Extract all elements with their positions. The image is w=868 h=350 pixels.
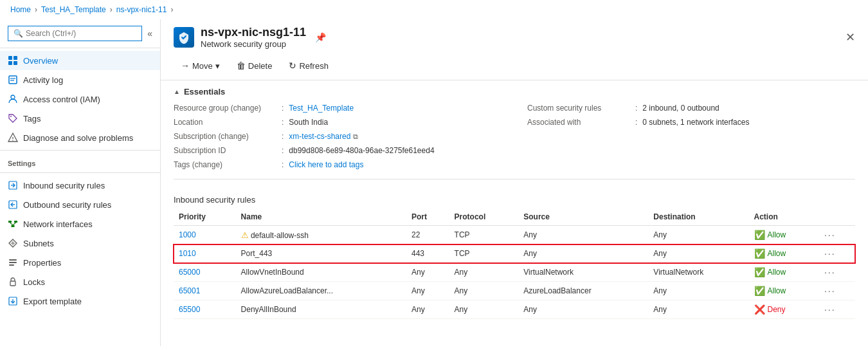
sidebar-item-diagnose[interactable]: Diagnose and solve problems: [0, 128, 160, 147]
inbound-rules-table: Priority Name Port Protocol Source Desti…: [174, 208, 855, 319]
search-input[interactable]: [26, 29, 136, 38]
essentials-row-subscription-id: Subscription ID : db99d808-6e89-480a-96a…: [174, 144, 502, 157]
cell-priority: 1000: [174, 226, 236, 244]
priority-link[interactable]: 65001: [179, 286, 200, 295]
more-options-button[interactable]: ···: [824, 286, 836, 296]
priority-link[interactable]: 1010: [179, 249, 196, 258]
close-btn[interactable]: ✕: [845, 30, 855, 44]
sidebar-item-overview[interactable]: Overview: [0, 51, 160, 70]
more-options-button[interactable]: ···: [824, 230, 836, 240]
svg-point-7: [11, 95, 15, 99]
tags-change-link[interactable]: (change): [192, 160, 222, 169]
sidebar-item-label: Subnets: [23, 239, 54, 248]
content-area: ns-vpx-nic-nsg1-11 Network security grou…: [161, 19, 868, 346]
breadcrumb-template[interactable]: Test_HA_Template: [41, 5, 106, 14]
sidebar-item-label: Outbound security rules: [23, 200, 111, 210]
pin-icon[interactable]: 📌: [315, 32, 326, 42]
associated-label: Associated with: [527, 118, 630, 127]
delete-button[interactable]: 🗑 Delete: [230, 57, 280, 75]
network-icon: [8, 219, 18, 229]
col-protocol: Protocol: [449, 208, 519, 226]
cell-more[interactable]: ···: [819, 300, 855, 319]
more-options-button[interactable]: ···: [824, 267, 836, 277]
locks-icon: [8, 277, 18, 287]
sidebar-item-label: Network interfaces: [23, 219, 93, 229]
location-value: South India: [289, 118, 328, 127]
col-more: [819, 208, 855, 226]
cell-name: DenyAllInBound: [236, 300, 406, 319]
table-row: 65000 AllowVnetInBound Any Any VirtualNe…: [174, 263, 855, 282]
subscription-link[interactable]: xm-test-cs-shared: [289, 132, 350, 141]
sidebar-item-network-interfaces[interactable]: Network interfaces: [0, 214, 160, 234]
sidebar-item-tags[interactable]: Tags: [0, 109, 160, 128]
cell-more[interactable]: ···: [819, 244, 855, 263]
subscription-change-link[interactable]: (change): [218, 132, 248, 141]
tags-add-link[interactable]: Click here to add tags: [289, 160, 363, 169]
move-chevron-icon: ▾: [215, 61, 220, 71]
tags-icon: [8, 113, 18, 124]
properties-icon: [8, 257, 18, 268]
cell-priority: 65001: [174, 282, 236, 300]
refresh-button[interactable]: ↻ Refresh: [282, 57, 336, 75]
cell-port: 22: [406, 226, 449, 244]
cell-destination: VirtualNetwork: [648, 263, 748, 282]
essentials-row-location: Location : South India: [174, 116, 502, 129]
cell-port: Any: [406, 300, 449, 319]
sidebar-item-activity-log[interactable]: Activity log: [0, 70, 160, 89]
subscription-label: Subscription (change): [174, 132, 276, 141]
copy-icon[interactable]: ⧉: [353, 133, 358, 141]
tags-value: Click here to add tags: [289, 160, 363, 169]
priority-link[interactable]: 1000: [179, 230, 196, 239]
cell-port: Any: [406, 263, 449, 282]
settings-section-title: Settings: [0, 153, 160, 170]
col-destination: Destination: [648, 208, 748, 226]
allow-icon: ✅: [754, 286, 765, 296]
activity-log-icon: [8, 75, 18, 85]
move-button[interactable]: → Move ▾: [174, 57, 227, 75]
cell-destination: Any: [648, 226, 748, 244]
more-options-button[interactable]: ···: [824, 248, 836, 259]
sidebar-item-inbound-rules[interactable]: Inbound security rules: [0, 176, 160, 195]
cell-more[interactable]: ···: [819, 226, 855, 244]
col-priority: Priority: [174, 208, 236, 226]
sidebar-item-export-template[interactable]: Export template: [0, 291, 160, 311]
sidebar-item-properties[interactable]: Properties: [0, 253, 160, 272]
sidebar-item-label: Overview: [23, 56, 58, 66]
svg-rect-0: [8, 56, 12, 60]
cell-more[interactable]: ···: [819, 282, 855, 300]
search-box[interactable]: 🔍: [8, 26, 142, 41]
col-name: Name: [236, 208, 406, 226]
toolbar: → Move ▾ 🗑 Delete ↻ Refresh: [161, 53, 868, 80]
cell-source: AzureLoadBalancer: [518, 282, 648, 300]
inbound-icon: [8, 180, 18, 190]
sidebar-item-subnets[interactable]: Subnets: [0, 234, 160, 253]
sub-id-label: Subscription ID: [174, 146, 276, 155]
rg-change-link[interactable]: (change): [231, 104, 261, 113]
sidebar-item-iam[interactable]: Access control (IAM): [0, 89, 160, 109]
sidebar-item-label: Properties: [23, 258, 61, 268]
cell-protocol: Any: [449, 263, 519, 282]
priority-link[interactable]: 65500: [179, 305, 200, 314]
allow-icon: ✅: [754, 230, 765, 240]
sidebar-item-label: Inbound security rules: [23, 181, 105, 190]
sidebar-collapse-btn[interactable]: «: [147, 28, 152, 39]
breadcrumb-home[interactable]: Home: [10, 5, 31, 14]
custom-rules-label: Custom security rules: [527, 104, 630, 113]
svg-rect-3: [14, 61, 17, 65]
sub-id-value: db99d808-6e89-480a-96ae-3275fe61eed4: [289, 146, 434, 155]
sidebar-item-locks[interactable]: Locks: [0, 272, 160, 291]
more-options-button[interactable]: ···: [824, 304, 836, 315]
iam-icon: [8, 94, 18, 104]
essentials-section-header[interactable]: ▲ Essentials: [174, 80, 855, 102]
cell-more[interactable]: ···: [819, 263, 855, 282]
rg-link[interactable]: Test_HA_Template: [289, 104, 354, 113]
sidebar-item-label: Activity log: [23, 75, 63, 85]
overview-icon: [8, 55, 18, 66]
sidebar-item-label: Diagnose and solve problems: [23, 133, 133, 143]
sidebar-item-outbound-rules[interactable]: Outbound security rules: [0, 195, 160, 214]
svg-point-8: [10, 116, 12, 117]
priority-link[interactable]: 65000: [179, 268, 200, 277]
custom-rules-value: 2 inbound, 0 outbound: [642, 104, 719, 113]
breadcrumb-nic[interactable]: ns-vpx-nic1-11: [116, 5, 167, 14]
essentials-row-tags: Tags (change) : Click here to add tags: [174, 158, 502, 171]
